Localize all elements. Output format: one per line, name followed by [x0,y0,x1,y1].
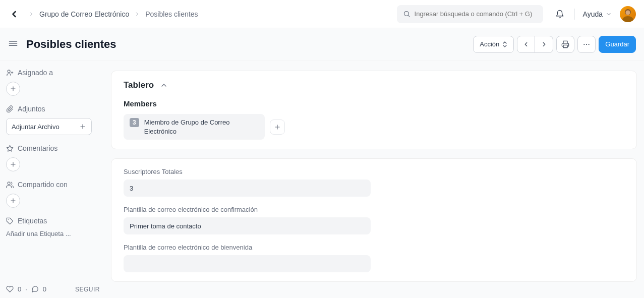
shared-label: Compartido con [6,181,100,189]
add-member-button[interactable] [270,120,285,135]
tags-label: Etiquetas [6,217,100,225]
page-actions: Acción Guardar [473,36,636,53]
sidebar: Asignado a Adjuntos Adjuntar Archivo [0,61,106,298]
divider [574,9,575,20]
svg-rect-8 [563,45,567,47]
star-icon [6,145,14,152]
help-label: Ayuda [583,10,603,18]
search-input[interactable] [415,10,537,18]
chevron-down-icon [606,11,612,17]
comment-count: 0 [43,285,46,293]
nav-back-button[interactable] [8,8,20,20]
member-group-pill[interactable]: 3 Miembro de Grupo de Correo Electrónico [124,114,265,140]
subs-label: Suscriptores Totales [124,168,371,175]
comments-add-button[interactable] [6,157,20,171]
assigned-section: Asignado a [6,69,100,96]
notification-button[interactable] [555,10,564,19]
welcome-template-field: Plantilla de correo electrónico de bienv… [124,244,371,272]
topbar: Grupo de Correo Electrónico Posibles cli… [0,0,644,28]
dot-separator: · [25,285,27,293]
main-panel: Tablero Members 3 Miembro de Grupo de Co… [106,61,644,298]
page-title: Posibles clientes [26,38,116,51]
assign-add-button[interactable] [6,82,20,96]
follow-button[interactable]: SEGUIR [75,286,100,293]
heart-icon[interactable] [6,285,14,293]
breadcrumb-current[interactable]: Posibles clientes [145,10,198,18]
more-menu-button[interactable] [577,36,596,53]
attachments-section: Adjuntos Adjuntar Archivo [6,105,100,135]
save-button[interactable]: Guardar [599,36,636,53]
svg-point-12 [8,70,10,72]
like-count: 0 [18,285,21,293]
confirm-template-input[interactable] [124,217,371,234]
attachments-label: Adjuntos [6,105,100,113]
svg-point-9 [584,43,585,44]
search-icon [403,10,411,18]
shared-add-button[interactable] [6,194,20,208]
welcome-template-label: Plantilla de correo electrónico de bienv… [124,244,371,251]
comment-icon[interactable] [31,285,39,293]
attach-file-button[interactable]: Adjuntar Archivo [6,118,92,135]
user-plus-icon [6,69,14,77]
tag-icon [6,217,14,225]
card-details: Suscriptores Totales Plantilla de correo… [111,158,637,282]
svg-line-1 [408,15,409,17]
search-bar[interactable] [397,5,543,23]
confirm-template-label: Plantilla de correo electrónico de confi… [124,206,371,213]
svg-point-22 [8,182,10,184]
prev-button[interactable] [517,36,535,53]
avatar[interactable] [620,6,636,22]
svg-marker-19 [7,145,13,151]
print-button[interactable] [556,36,574,53]
chevron-right-icon [134,11,140,17]
paperclip-icon [6,105,14,113]
attach-label: Adjuntar Archivo [12,123,60,131]
sidebar-footer: 0 · 0 SEGUIR [6,275,100,293]
svg-point-4 [626,10,630,15]
help-dropdown[interactable]: Ayuda [583,10,612,18]
content-area: Asignado a Adjuntos Adjuntar Archivo [0,61,644,298]
card-title: Tablero [124,80,154,90]
members-row: 3 Miembro de Grupo de Correo Electrónico [124,114,624,140]
svg-point-10 [586,43,587,44]
add-tag-button[interactable]: Añadir una Etiqueta ... [6,230,100,237]
chevron-right-icon [28,11,34,17]
subs-field: Suscriptores Totales [124,168,371,197]
member-count-badge: 3 [130,118,139,127]
svg-point-0 [404,12,408,16]
member-group-label: Miembro de Grupo de Correo Electrónico [144,118,259,136]
next-button[interactable] [535,36,553,53]
users-icon [6,181,14,189]
breadcrumb-parent[interactable]: Grupo de Correo Electrónico [39,10,129,18]
comments-label: Comentarios [6,144,100,152]
collapse-button[interactable] [160,81,168,89]
action-label: Acción [480,40,499,48]
breadcrumb: Grupo de Correo Electrónico Posibles cli… [28,10,198,18]
tags-section: Etiquetas Añadir una Etiqueta ... [6,217,100,237]
comments-section: Comentarios [6,144,100,171]
welcome-template-input[interactable] [124,255,371,272]
page-header: Posibles clientes Acción Guardar [0,28,644,61]
card-tablero: Tablero Members 3 Miembro de Grupo de Co… [111,71,637,149]
menu-toggle-button[interactable] [8,38,20,50]
subs-input[interactable] [124,180,371,197]
svg-point-3 [622,16,633,22]
updown-icon [502,41,507,48]
action-dropdown-button[interactable]: Acción [473,36,514,53]
confirm-template-field: Plantilla de correo electrónico de confi… [124,206,371,234]
members-heading: Members [124,99,624,108]
assigned-label: Asignado a [6,69,100,77]
svg-point-11 [589,43,590,44]
plus-icon [79,123,86,130]
shared-section: Compartido con [6,181,100,208]
